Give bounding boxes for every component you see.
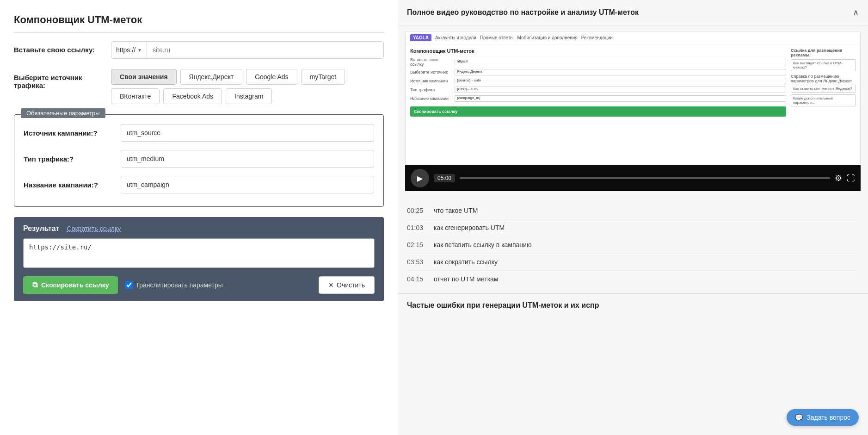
- url-label: Вставьте свою ссылку:: [14, 41, 111, 54]
- required-params-block: Обязательные параметры Источник кампании…: [14, 114, 384, 207]
- medium-help-icon[interactable]: ?: [69, 155, 74, 163]
- play-button[interactable]: ▶: [411, 169, 429, 187]
- shorten-link[interactable]: Сократить ссылку: [67, 225, 121, 232]
- fake-screenshot-header: YAGLA Аккаунты и модули Прямые ответы Мо…: [406, 31, 860, 44]
- fake-row-4: Тип трафика {CPC} - auto: [410, 87, 786, 93]
- fake-row-5: Название кампании {campaign_id}: [410, 95, 786, 102]
- fake-left-col: Компоновщик UTM-меток Вставьте свою ссыл…: [410, 48, 786, 117]
- traffic-btn-instagram[interactable]: Instagram: [226, 88, 272, 104]
- timestamp-desc-4: отчет по UTM меткам: [434, 275, 498, 283]
- video-time: 05:00: [434, 174, 455, 182]
- source-row: Источник кампании: ?: [24, 124, 374, 142]
- chat-label: Задать вопрос: [806, 414, 850, 421]
- fake-nav-1: Аккаунты и модули: [435, 35, 476, 40]
- fake-form-title: Компоновщик UTM-меток: [410, 48, 786, 54]
- translit-checkbox[interactable]: [125, 281, 133, 289]
- traffic-btn-own[interactable]: Свои значения: [111, 69, 177, 85]
- medium-label: Тип трафика: ?: [24, 155, 121, 163]
- timestamp-item-4[interactable]: 04:15 отчет по UTM меткам: [407, 271, 859, 287]
- fake-row-3: Источник кампании {source} - auto: [410, 78, 786, 84]
- protocol-value: https://: [116, 46, 135, 54]
- campaign-input[interactable]: [121, 176, 374, 193]
- timestamp-time-2: 02:15: [407, 241, 425, 249]
- chat-icon: 💬: [795, 414, 803, 421]
- errors-title: Частые ошибки при генерации UTM-меток и …: [407, 301, 599, 309]
- yagla-logo: YAGLA: [410, 34, 431, 41]
- video-header-title: Полное видео руководство по настройке и …: [407, 8, 639, 17]
- medium-row: Тип трафика: ?: [24, 150, 374, 168]
- timestamp-time-0: 00:25: [407, 207, 425, 214]
- traffic-source-container: Свои значения Яндекс.Директ Google Ads m…: [111, 69, 384, 104]
- timestamp-item-3[interactable]: 03:53 как сократить ссылку: [407, 254, 859, 271]
- collapse-icon[interactable]: ∧: [853, 7, 859, 18]
- timestamp-time-1: 01:03: [407, 224, 425, 231]
- timestamp-desc-3: как сократить ссылку: [434, 258, 498, 266]
- copy-button-label: Скопировать ссылку: [41, 281, 109, 289]
- traffic-btn-yandex[interactable]: Яндекс.Директ: [180, 69, 243, 85]
- result-section: Результат Сократить ссылку https://site.…: [14, 217, 384, 301]
- errors-section: Частые ошибки при генерации UTM-меток и …: [398, 293, 868, 317]
- left-panel: Компоновщик UTM-меток Вставьте свою ссыл…: [0, 0, 398, 435]
- protocol-select[interactable]: https:// ▼: [111, 42, 147, 58]
- right-panel: Полное видео руководство по настройке и …: [398, 0, 868, 435]
- timestamp-item-2[interactable]: 02:15 как вставить ссылку в кампанию: [407, 236, 859, 254]
- result-actions: ⧉ Скопировать ссылку Транслитировать пар…: [23, 276, 375, 294]
- timestamp-time-4: 04:15: [407, 275, 425, 283]
- traffic-btn-facebook[interactable]: Facebook Ads: [163, 88, 222, 104]
- timestamp-item-1[interactable]: 01:03 как сгенерировать UTM: [407, 219, 859, 236]
- fake-nav-3: Мобилизация и дополнения: [517, 35, 577, 40]
- fullscreen-icon[interactable]: ⛶: [847, 174, 855, 183]
- timestamp-time-3: 03:53: [407, 258, 425, 266]
- page-title: Компоновщик UTM-меток: [14, 14, 384, 33]
- fake-screenshot: YAGLA Аккаунты и модули Прямые ответы Мо…: [405, 31, 861, 165]
- campaign-label: Название кампании: ?: [24, 181, 121, 189]
- source-input[interactable]: [121, 124, 374, 142]
- fake-row-1: Вставьте свою ссылку https://: [410, 57, 786, 67]
- required-params-label: Обязательные параметры: [21, 108, 105, 118]
- url-input-group: https:// ▼: [111, 41, 384, 59]
- url-input-wrapper: https:// ▼: [111, 41, 384, 59]
- fake-row-2: Выберите источник Яндекс.Директ: [410, 69, 786, 75]
- timestamp-desc-2: как вставить ссылку в кампанию: [434, 241, 531, 249]
- video-controls-bar: ▶ 05:00 ⚙ ⛶: [405, 165, 861, 191]
- translit-checkbox-label[interactable]: Транслитировать параметры: [125, 281, 222, 289]
- copy-button[interactable]: ⧉ Скопировать ссылку: [23, 276, 118, 294]
- video-header: Полное видео руководство по настройке и …: [398, 0, 868, 25]
- clear-button-label: Очистить: [337, 281, 365, 289]
- medium-input[interactable]: [121, 150, 374, 168]
- source-label: Источник кампании: ?: [24, 129, 121, 137]
- traffic-btn-mytarget[interactable]: myTarget: [301, 69, 345, 85]
- source-help-icon[interactable]: ?: [93, 129, 98, 137]
- traffic-btn-google[interactable]: Google Ads: [246, 69, 297, 85]
- fake-nav-2: Прямые ответы: [480, 35, 514, 40]
- translit-label: Транслитировать параметры: [135, 281, 222, 289]
- campaign-help-icon[interactable]: ?: [94, 181, 98, 189]
- clear-button[interactable]: ✕ Очистить: [319, 276, 375, 294]
- timestamps-list: 00:25 что такое UTM 01:03 как сгенериров…: [398, 197, 868, 293]
- fake-nav-4: Рекомендации: [581, 35, 613, 40]
- traffic-source-row: Выберите источник трафика: Свои значения…: [14, 69, 384, 104]
- video-section: Полное видео руководство по настройке и …: [398, 0, 868, 293]
- copy-icon: ⧉: [32, 281, 37, 289]
- chat-widget[interactable]: 💬 Задать вопрос: [787, 409, 859, 426]
- result-textarea[interactable]: https://site.ru/: [23, 238, 375, 268]
- result-title: Результат: [23, 224, 60, 233]
- timestamp-item-0[interactable]: 00:25 что такое UTM: [407, 202, 859, 219]
- fake-right-col: Ссылка для размещения рекламы: Как выгля…: [791, 48, 856, 117]
- traffic-source-buttons: Свои значения Яндекс.Директ Google Ads m…: [111, 69, 384, 104]
- url-row: Вставьте свою ссылку: https:// ▼: [14, 41, 384, 59]
- video-controls-container: ▶ 05:00 ⚙ ⛶: [405, 165, 861, 191]
- video-progress-bar[interactable]: [460, 177, 830, 179]
- result-header: Результат Сократить ссылку: [23, 224, 375, 233]
- clear-icon: ✕: [328, 281, 334, 289]
- traffic-btn-vk[interactable]: ВКонтакте: [111, 88, 160, 104]
- campaign-row: Название кампании: ?: [24, 176, 374, 193]
- traffic-source-label: Выберите источник трафика:: [14, 69, 111, 89]
- fake-screenshot-body: Компоновщик UTM-меток Вставьте свою ссыл…: [406, 44, 860, 120]
- timestamp-desc-0: что такое UTM: [434, 207, 478, 214]
- timestamp-desc-1: как сгенерировать UTM: [434, 224, 505, 231]
- settings-icon[interactable]: ⚙: [835, 173, 842, 183]
- fake-copy-btn: Скопировать ссылку: [410, 106, 786, 117]
- protocol-chevron: ▼: [137, 48, 142, 53]
- url-text-input[interactable]: [147, 42, 383, 58]
